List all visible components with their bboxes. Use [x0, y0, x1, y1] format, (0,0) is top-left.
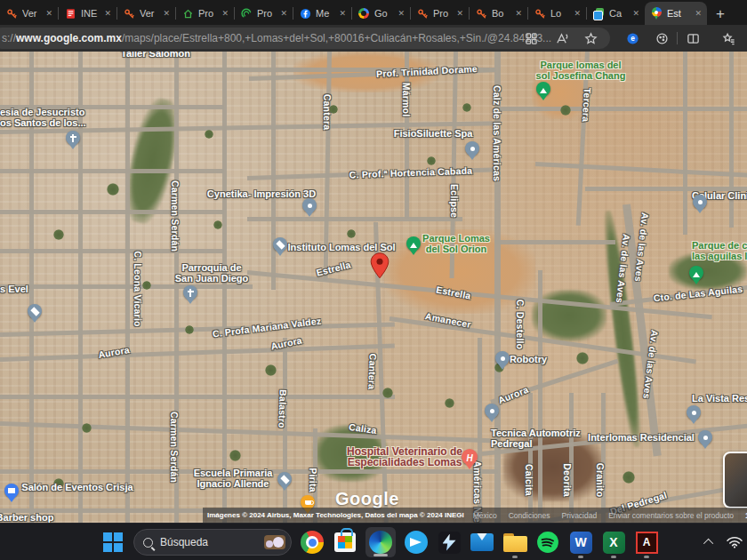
taskbar-search[interactable]: Búsqueda	[133, 529, 292, 556]
poi-label-line: Salón de Eventos Crisja	[21, 482, 133, 492]
map-marker[interactable]	[370, 252, 390, 283]
poi-label[interactable]: Instituto Lomas del Sol	[287, 242, 395, 252]
poi-label[interactable]: FisioSiluette Spa	[394, 128, 473, 139]
tab-pro-3[interactable]: Pro✕	[176, 2, 234, 25]
poi-label[interactable]: Escuela PrimariaIgnacio Allende	[194, 468, 273, 489]
close-icon[interactable]: ✕	[398, 9, 405, 18]
edge-app-active[interactable]	[365, 527, 396, 557]
terms-link[interactable]: Condiciones	[509, 511, 550, 520]
street-view-thumbnail[interactable]	[723, 452, 747, 508]
maps-icon	[650, 7, 663, 20]
poi-label[interactable]: Parque de celas aguilas In	[692, 240, 747, 261]
start-button[interactable]	[100, 530, 125, 555]
school-pin[interactable]	[28, 304, 42, 323]
chrome-app[interactable]	[300, 530, 325, 555]
tree	[576, 352, 589, 364]
split-screen-icon[interactable]	[683, 28, 703, 48]
store-app[interactable]	[333, 530, 357, 555]
tab-pro-4[interactable]: Pro✕	[235, 2, 293, 25]
church-pin[interactable]	[66, 131, 80, 149]
close-icon[interactable]: ✕	[104, 9, 111, 18]
extension-e-icon[interactable]: e	[622, 28, 642, 48]
place-pin[interactable]	[485, 404, 499, 422]
poi-label[interactable]: Barber shop	[0, 512, 53, 523]
tab-ca-10[interactable]: Ca✕	[587, 2, 645, 25]
school-pin[interactable]	[273, 237, 287, 256]
poi-label[interactable]: Parque lomas delsol Josefina Chang	[536, 60, 626, 81]
read-aloud-icon[interactable]	[551, 28, 571, 48]
excel-app[interactable]: X	[601, 530, 626, 555]
dot-glyph-icon	[692, 411, 696, 415]
poi-label[interactable]: esia de Jesucristoos Santos de los...	[0, 107, 86, 128]
hospital-pin[interactable]	[462, 449, 478, 469]
poi-label-line: Especialidades Lomas	[347, 457, 462, 468]
close-icon[interactable]: ✕	[574, 9, 581, 18]
street-label: Deorita	[562, 463, 573, 497]
church-pin[interactable]	[183, 285, 197, 304]
feedback-link[interactable]: Enviar comentarios sobre el producto	[608, 511, 734, 520]
poi-label[interactable]: s Evel	[0, 284, 28, 294]
wif-icon[interactable]	[726, 536, 743, 548]
park-pin[interactable]	[689, 266, 703, 284]
poi-label[interactable]: Salón de Eventos Crisja	[21, 482, 133, 492]
tray-chevron-up-icon[interactable]	[703, 539, 713, 548]
close-icon[interactable]: ✕	[221, 9, 229, 18]
map-canvas[interactable]: Prof. Trinidad DorameCanteraMármolC. Pro…	[0, 52, 747, 523]
mail-app[interactable]	[470, 530, 494, 555]
tab-label: Ver	[22, 8, 41, 19]
privacy-link[interactable]: Privacidad	[562, 511, 598, 520]
cookie-extension-icon[interactable]	[652, 28, 671, 48]
tab-me-5[interactable]: Me✕	[293, 2, 351, 25]
poi-label[interactable]: Robotry	[510, 354, 547, 364]
street-label: C. Destello	[515, 300, 526, 349]
school-pin[interactable]	[277, 472, 292, 491]
close-icon[interactable]: ✕	[456, 9, 463, 18]
favorite-star-icon[interactable]	[581, 28, 600, 48]
address-bar[interactable]: s://www.google.com.mx/maps/place/Estrell…	[0, 28, 610, 49]
poi-label[interactable]: Parque Lomasdel Sol Orion	[422, 233, 490, 254]
park-pin[interactable]	[536, 82, 550, 100]
tab-ver-0[interactable]: Ver✕	[0, 2, 58, 25]
close-icon[interactable]: ✕	[339, 9, 346, 18]
tab-ine-1[interactable]: INE✕	[59, 2, 116, 25]
place-pin[interactable]	[495, 351, 510, 370]
tab-est-11[interactable]: Est✕	[645, 2, 707, 25]
close-icon[interactable]: ✕	[695, 9, 702, 18]
word-app[interactable]: W	[568, 530, 593, 555]
close-icon[interactable]: ✕	[632, 9, 639, 18]
apps-grid-icon[interactable]	[521, 28, 541, 48]
place-pin[interactable]	[693, 195, 707, 213]
close-icon[interactable]: ✕	[163, 9, 170, 18]
close-icon[interactable]: ✕	[45, 9, 52, 18]
poi-label[interactable]: Cynetika- Impresión 3D	[207, 188, 316, 199]
tree	[53, 229, 64, 240]
place-pin[interactable]	[698, 430, 712, 449]
acrobat-app[interactable]: A	[634, 530, 659, 555]
poi-label[interactable]: Hospital Veterinario deEspecialidades Lo…	[347, 446, 462, 468]
new-tab-button[interactable]: +	[716, 6, 725, 21]
tab-bo-8[interactable]: Bo✕	[470, 2, 527, 25]
edge-icon	[369, 531, 392, 554]
spotify-app[interactable]	[535, 530, 560, 555]
poi-label[interactable]: Taller Salomón	[121, 52, 190, 59]
flash-app[interactable]	[437, 530, 462, 555]
file-explorer-app[interactable]	[502, 530, 527, 555]
tab-lo-9[interactable]: Lo✕	[528, 2, 586, 25]
telegram-app[interactable]	[404, 530, 429, 555]
poi-label[interactable]: Tecnica AutomotrizPedregal	[491, 428, 581, 449]
key-icon	[123, 7, 135, 20]
venue-pin[interactable]	[4, 484, 19, 502]
park-pin[interactable]	[406, 236, 421, 255]
poi-label[interactable]: La Vista Resi	[692, 393, 747, 404]
tab-go-6[interactable]: Go✕	[352, 2, 410, 25]
place-pin[interactable]	[687, 405, 701, 424]
place-pin[interactable]	[465, 141, 479, 160]
tab-ver-2[interactable]: Ver✕	[117, 2, 175, 25]
poi-label[interactable]: Parroquia deSan Juan Diego	[175, 262, 249, 284]
place-pin[interactable]	[302, 198, 317, 217]
close-icon[interactable]: ✕	[280, 9, 287, 18]
collections-icon[interactable]	[719, 28, 738, 48]
close-icon[interactable]: ✕	[515, 9, 522, 18]
poi-label[interactable]: Interlomas Residencial	[588, 432, 695, 443]
tab-pro-7[interactable]: Pro✕	[411, 2, 469, 25]
